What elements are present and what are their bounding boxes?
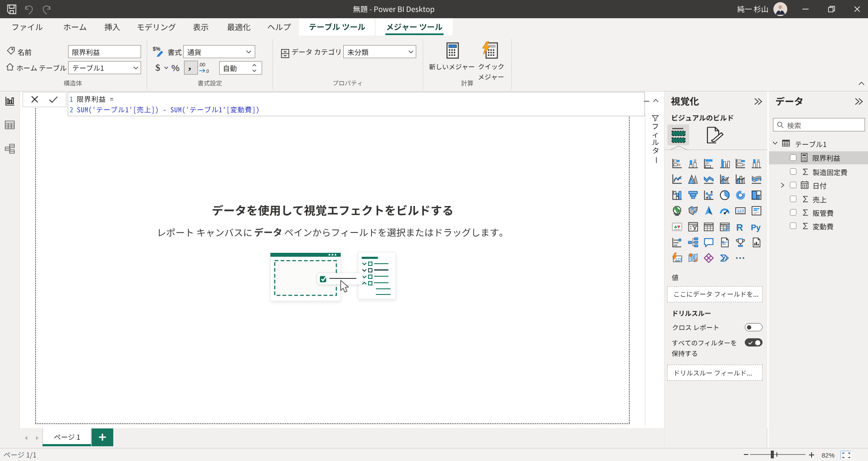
svg-text:R: R: [736, 222, 743, 232]
svg-text:Py: Py: [751, 222, 761, 232]
svg-text:$%: $%: [153, 46, 161, 52]
svg-text:.00: .00: [198, 62, 205, 67]
svg-text:%: %: [171, 63, 180, 73]
svg-text:.0: .0: [205, 69, 209, 74]
svg-text:,: ,: [188, 62, 191, 72]
svg-text:123: 123: [737, 208, 744, 213]
svg-text:$: $: [155, 62, 160, 73]
